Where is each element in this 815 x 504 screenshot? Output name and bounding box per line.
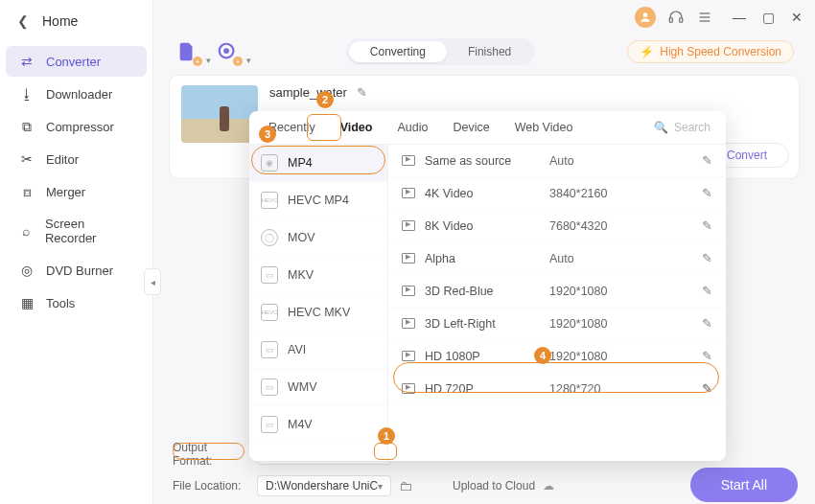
record-icon: ⌕ bbox=[19, 223, 34, 239]
sidebar-item-dvd-burner[interactable]: ◎DVD Burner bbox=[6, 255, 147, 286]
film-icon: ▭ bbox=[261, 341, 278, 358]
format-mp4[interactable]: ◉MP4 bbox=[249, 145, 387, 182]
search-icon: 🔍 bbox=[654, 121, 668, 134]
film-icon: ▭ bbox=[261, 416, 278, 433]
chevron-down-icon: ▾ bbox=[378, 481, 383, 492]
res-hd-720p[interactable]: HD 720P1280*720✎ bbox=[388, 373, 726, 405]
bolt-icon: ⚡ bbox=[640, 45, 654, 58]
edit-icon[interactable]: ✎ bbox=[702, 186, 712, 200]
status-segmented-control: Converting Finished bbox=[346, 38, 535, 65]
dd-tab-device[interactable]: Device bbox=[443, 111, 499, 144]
file-location-select[interactable]: D:\Wondershare UniConverter 1 ▾ bbox=[257, 475, 391, 496]
res-3d-left-right[interactable]: 3D Left-Right1920*1080✎ bbox=[388, 308, 726, 340]
sidebar-item-downloader[interactable]: ⭳Downloader bbox=[6, 79, 147, 109]
video-icon bbox=[402, 253, 415, 263]
format-hevc-mkv[interactable]: HEVCHEVC MKV bbox=[249, 294, 387, 332]
edit-icon[interactable]: ✎ bbox=[702, 284, 712, 298]
disc-icon: ◎ bbox=[19, 263, 35, 278]
grid-icon: ▦ bbox=[19, 295, 35, 310]
dd-tab-audio[interactable]: Audio bbox=[387, 111, 437, 144]
scissors-icon: ✂ bbox=[19, 151, 35, 167]
edit-name-icon[interactable]: ✎ bbox=[357, 85, 367, 100]
sidebar-item-editor[interactable]: ✂Editor bbox=[6, 144, 147, 174]
high-speed-conversion-button[interactable]: ⚡ High Speed Conversion bbox=[627, 40, 794, 63]
edit-icon[interactable]: ✎ bbox=[702, 349, 712, 363]
home-label[interactable]: Home bbox=[42, 13, 78, 29]
svg-rect-1 bbox=[669, 18, 672, 23]
account-avatar[interactable] bbox=[635, 7, 656, 28]
video-icon bbox=[402, 220, 415, 231]
dd-tab-web-video[interactable]: Web Video bbox=[505, 111, 583, 144]
hevc-icon: HEVC bbox=[261, 192, 278, 209]
edit-icon[interactable]: ✎ bbox=[702, 218, 712, 233]
edit-icon[interactable]: ✎ bbox=[702, 153, 712, 168]
close-icon[interactable]: ✕ bbox=[788, 9, 805, 26]
edit-icon[interactable]: ✎ bbox=[702, 316, 712, 331]
merge-icon: ⧈ bbox=[19, 184, 35, 199]
sidebar-collapse-handle[interactable]: ◂ bbox=[144, 268, 161, 295]
hevc-icon: HEVC bbox=[261, 304, 278, 321]
search-input[interactable]: 🔍 Search bbox=[648, 111, 716, 144]
res-4k[interactable]: 4K Video3840*2160✎ bbox=[388, 177, 726, 210]
start-all-button[interactable]: Start All bbox=[690, 468, 798, 502]
res-same-as-source[interactable]: Same as sourceAuto✎ bbox=[388, 145, 726, 177]
add-file-button[interactable]: +▾ bbox=[175, 39, 199, 64]
res-3d-red-blue[interactable]: 3D Red-Blue1920*1080✎ bbox=[388, 275, 726, 308]
sidebar-item-screen-recorder[interactable]: ⌕Screen Recorder bbox=[6, 209, 147, 253]
format-wmv[interactable]: ▭WMV bbox=[249, 369, 387, 406]
video-icon bbox=[402, 318, 415, 329]
edit-icon[interactable]: ✎ bbox=[702, 251, 712, 265]
res-alpha[interactable]: AlphaAuto✎ bbox=[388, 242, 726, 275]
video-icon bbox=[402, 286, 415, 296]
svg-point-0 bbox=[643, 12, 648, 17]
film-icon: ▭ bbox=[261, 266, 278, 284]
format-dropdown-panel: Recently Video Audio Device Web Video 🔍 … bbox=[249, 111, 726, 461]
compress-icon: ⧉ bbox=[19, 119, 35, 134]
headset-icon[interactable] bbox=[667, 9, 685, 26]
svg-rect-2 bbox=[680, 18, 683, 23]
menu-icon[interactable] bbox=[696, 9, 713, 26]
video-icon bbox=[402, 155, 415, 166]
sidebar-item-compressor[interactable]: ⧉Compressor bbox=[6, 111, 147, 142]
edit-icon[interactable]: ✎ bbox=[702, 381, 712, 396]
file-name: sample_water bbox=[269, 85, 347, 100]
res-8k[interactable]: 8K Video7680*4320✎ bbox=[388, 210, 726, 242]
back-icon[interactable]: ❮ bbox=[17, 13, 29, 29]
add-disc-button[interactable]: +▾ bbox=[215, 39, 240, 64]
file-location-label: File Location: bbox=[173, 479, 249, 493]
sidebar-item-tools[interactable]: ▦Tools bbox=[6, 287, 147, 318]
cloud-icon[interactable]: ☁ bbox=[543, 479, 554, 493]
minimize-icon[interactable]: — bbox=[731, 9, 748, 26]
video-icon bbox=[402, 383, 415, 394]
download-icon: ⭳ bbox=[19, 86, 35, 102]
swap-icon: ⇄ bbox=[19, 54, 35, 69]
format-mkv[interactable]: ▭MKV bbox=[249, 257, 387, 294]
video-icon bbox=[402, 188, 415, 198]
sidebar-item-merger[interactable]: ⧈Merger bbox=[6, 176, 147, 207]
folder-icon[interactable]: 🗀 bbox=[399, 478, 412, 493]
format-hevc-mp4[interactable]: HEVCHEVC MP4 bbox=[249, 182, 387, 219]
disc-small-icon: ◉ bbox=[261, 154, 278, 172]
lens-icon: ◯ bbox=[261, 229, 278, 246]
upload-cloud-label: Upload to Cloud bbox=[453, 479, 535, 493]
svg-point-7 bbox=[224, 49, 228, 53]
format-mov[interactable]: ◯MOV bbox=[249, 219, 387, 257]
video-thumbnail[interactable] bbox=[181, 85, 258, 143]
format-m4v[interactable]: ▭M4V bbox=[249, 406, 387, 444]
sidebar-item-converter[interactable]: ⇄Converter bbox=[6, 46, 147, 77]
maximize-icon[interactable]: ▢ bbox=[759, 9, 777, 26]
dd-tab-recently[interactable]: Recently bbox=[259, 111, 325, 144]
tab-converting[interactable]: Converting bbox=[349, 41, 447, 62]
format-avi[interactable]: ▭AVI bbox=[249, 332, 387, 369]
res-hd-1080p[interactable]: HD 1080P1920*1080✎ bbox=[388, 340, 726, 373]
film-icon: ▭ bbox=[261, 378, 278, 396]
dd-tab-video[interactable]: Video bbox=[331, 111, 383, 144]
video-icon bbox=[402, 351, 415, 361]
output-format-label: Output Format: bbox=[173, 441, 249, 468]
tab-finished[interactable]: Finished bbox=[447, 41, 532, 62]
